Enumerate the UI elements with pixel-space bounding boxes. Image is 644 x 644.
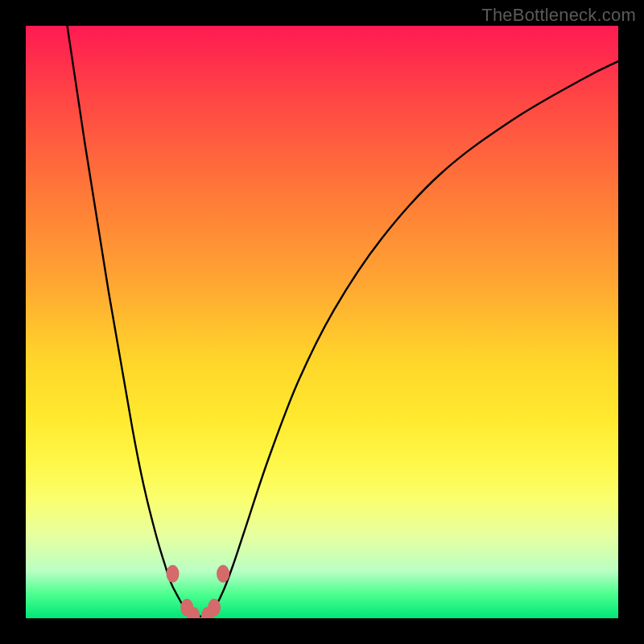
marker-point xyxy=(217,565,229,583)
watermark-text: TheBottleneck.com xyxy=(481,5,636,26)
curve-right-branch xyxy=(206,61,618,615)
plot-area xyxy=(26,26,618,618)
marker-point xyxy=(167,565,180,583)
chart-svg xyxy=(26,26,618,618)
curve-layer xyxy=(68,26,618,617)
chart-frame: TheBottleneck.com xyxy=(0,0,644,644)
curve-left-branch xyxy=(68,26,195,615)
